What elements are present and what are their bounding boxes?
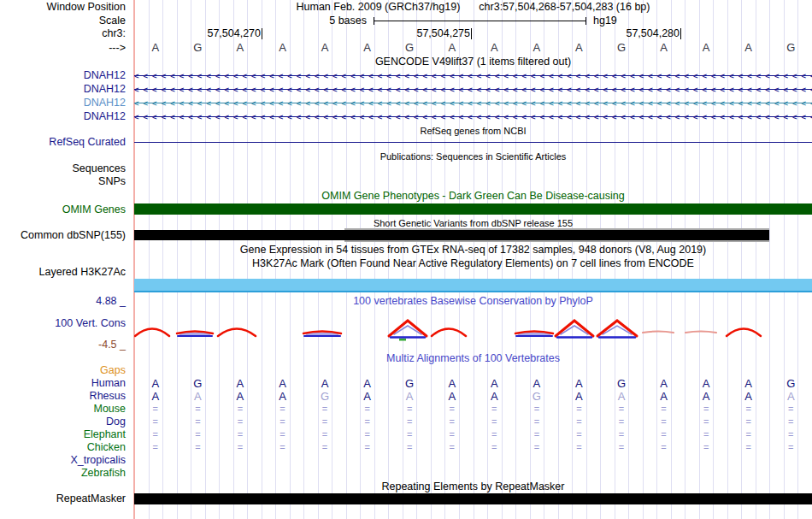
base-letter: =: [153, 403, 158, 416]
conservation-max-label: 4.88 _: [0, 295, 130, 308]
gene-label-dnah12-3[interactable]: DNAH12: [0, 97, 130, 109]
gene-item-dnah12-2[interactable]: <<<<<<<<<<<<<<<<<<<<<<<<<<<<<<<<<<<<<<<<…: [134, 83, 812, 96]
layered-h3k27ac-label[interactable]: Layered H3K27Ac: [0, 266, 130, 279]
base-letter: A: [533, 377, 541, 390]
base-letter: =: [745, 428, 750, 441]
base-letter: A: [279, 42, 286, 54]
ruler-tick: 57,504,270: [207, 27, 262, 39]
base-letter: =: [703, 441, 709, 454]
base-letter: A: [363, 377, 371, 390]
base-letter: G: [786, 42, 795, 54]
base-letter: A: [491, 42, 498, 54]
base-letter: A: [237, 42, 244, 54]
base-letter: =: [407, 416, 412, 428]
base-letter: G: [786, 377, 795, 390]
gene-item-dnah12-4[interactable]: <<<<<<<<<<<<<<<<<<<<<<<<<<<<<<<<<<<<<<<<…: [134, 110, 812, 123]
base-letter: A: [363, 42, 371, 54]
base-letter: =: [279, 441, 285, 454]
base-letter: A: [744, 377, 752, 390]
base-letter: G: [321, 390, 329, 403]
base-letter: =: [788, 441, 793, 454]
scale-row: 5 bases hg19: [134, 15, 812, 27]
base-letter: =: [703, 403, 709, 416]
base-letter: =: [491, 441, 497, 454]
base-letter: A: [575, 377, 583, 390]
base-letter: =: [745, 403, 750, 416]
omim-genes-bar[interactable]: [134, 203, 812, 215]
base-letter: =: [534, 441, 539, 454]
base-letter: G: [405, 42, 414, 54]
gene-label-dnah12-4[interactable]: DNAH12: [0, 110, 130, 123]
base-letter: =: [153, 441, 158, 454]
multiz-species-label-gaps[interactable]: Gaps: [0, 364, 130, 377]
base-letter: =: [364, 441, 369, 454]
base-letter: G: [405, 377, 414, 390]
h3k27ac-signal-bar[interactable]: [134, 279, 812, 292]
base-letter: A: [151, 377, 159, 390]
conservation-track-label[interactable]: 100 Vert. Cons: [0, 317, 130, 330]
omim-genes-label[interactable]: OMIM Genes: [0, 203, 130, 216]
multiz-alignment-row-dog: ================: [0, 416, 812, 428]
base-letter: =: [450, 403, 455, 416]
repeatmasker-bar[interactable]: [134, 493, 812, 504]
base-letter: =: [534, 428, 539, 441]
base-letter: =: [322, 416, 327, 428]
base-letter: =: [450, 416, 455, 428]
multiz-species-label-x_tropicalis[interactable]: X_tropicalis: [0, 454, 130, 467]
omim-track-title: OMIM Gene Phenotypes - Dark Green Can Be…: [134, 190, 812, 202]
multiz-species-label-zebrafish[interactable]: Zebrafish: [0, 467, 130, 480]
refseq-curated-item[interactable]: [134, 142, 812, 143]
ruler-base-row: AGAAAAGAAAAGAAAG: [0, 42, 812, 54]
multiz-alignment-row-rhesus: AAAAGAAAAGAAAAAA: [0, 390, 812, 403]
conservation-track-title: 100 vertebrates Basewise Conservation by…: [134, 295, 812, 307]
base-letter: A: [703, 377, 710, 390]
base-letter: =: [195, 428, 200, 441]
snps-label[interactable]: SNPs: [0, 175, 130, 188]
sequences-label[interactable]: Sequences: [0, 162, 130, 175]
base-letter: =: [576, 416, 581, 428]
dbsnp-variant-black[interactable]: [134, 230, 769, 240]
gene-label-dnah12-1[interactable]: DNAH12: [0, 69, 130, 82]
base-letter: =: [745, 416, 750, 428]
repeatmasker-label[interactable]: RepeatMasker: [0, 492, 130, 505]
base-letter: =: [745, 441, 750, 454]
ruler-tick: 57,504,280: [626, 27, 681, 39]
base-letter: G: [617, 377, 626, 390]
base-letter: G: [193, 377, 202, 390]
base-letter: =: [661, 428, 666, 441]
base-letter: A: [533, 42, 541, 54]
base-letter: =: [238, 416, 243, 428]
base-letter: A: [660, 390, 668, 403]
base-letter: A: [618, 390, 626, 403]
multiz-track-title: Multiz Alignments of 100 Vertebrates: [134, 352, 812, 364]
gene-item-dnah12-3[interactable]: <<<<<<<<<<<<<<<<<<<<<<<<<<<<<<<<<<<<<<<<…: [134, 97, 812, 109]
base-letter: A: [575, 390, 583, 403]
base-letter: A: [237, 377, 244, 390]
gene-label-dnah12-2[interactable]: DNAH12: [0, 83, 130, 96]
base-letter: A: [744, 390, 752, 403]
gene-item-dnah12-1[interactable]: <<<<<<<<<<<<<<<<<<<<<<<<<<<<<<<<<<<<<<<<…: [134, 69, 812, 82]
base-letter: =: [788, 416, 793, 428]
base-letter: =: [279, 403, 285, 416]
refseq-curated-label[interactable]: RefSeq Curated: [0, 136, 130, 149]
assembly-title: Human Feb. 2009 (GRCh37/hg19): [297, 1, 461, 13]
base-letter: =: [576, 403, 581, 416]
base-letter: =: [279, 428, 285, 441]
base-letter: =: [788, 403, 793, 416]
base-letter: =: [364, 416, 369, 428]
base-letter: =: [238, 441, 243, 454]
base-letter: A: [703, 42, 710, 54]
base-letter: =: [491, 428, 497, 441]
conservation-wiggle-plot[interactable]: [134, 308, 812, 351]
base-letter: A: [448, 42, 456, 54]
base-letter: A: [448, 377, 456, 390]
base-letter: =: [195, 441, 200, 454]
base-letter: =: [407, 441, 412, 454]
base-letter: =: [619, 416, 624, 428]
multiz-alignment-row-mouse: ================: [0, 403, 812, 416]
base-letter: =: [661, 403, 666, 416]
common-dbsnp-label[interactable]: Common dbSNP(155): [0, 229, 130, 242]
base-letter: =: [576, 441, 581, 454]
base-letter: A: [194, 390, 202, 403]
multiz-alignment-row-elephant: ================: [0, 428, 812, 441]
